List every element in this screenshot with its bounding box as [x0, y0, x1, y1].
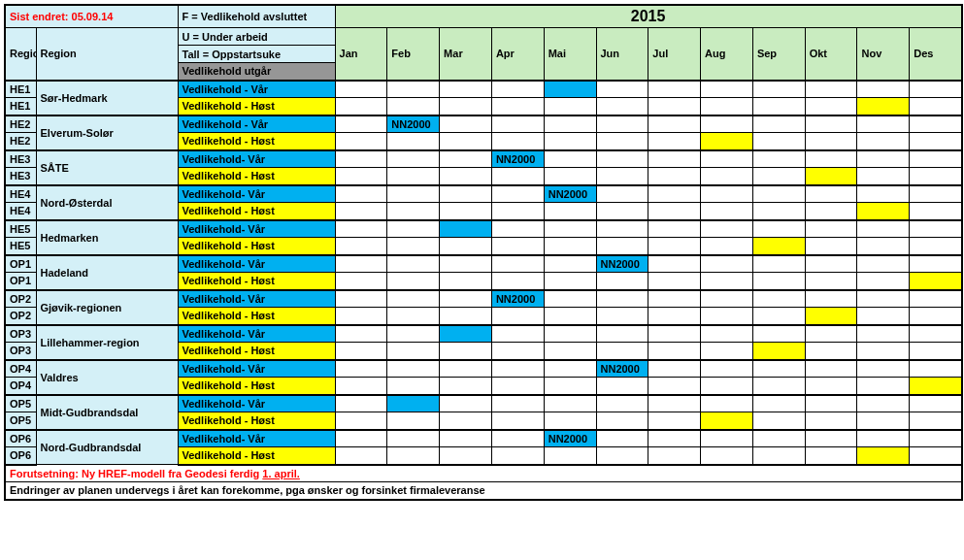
cell-var: [701, 255, 753, 273]
cell-host: [544, 343, 596, 360]
cell-var: [387, 290, 440, 308]
cell-var: [440, 360, 492, 378]
cell-var: [648, 325, 701, 343]
cell-host: [648, 133, 701, 150]
cell-var: [857, 115, 910, 133]
status-var: Vedlikehold- Vår: [178, 150, 335, 168]
status-host: Vedlikehold - Høst: [178, 308, 335, 325]
region-code: OP3: [5, 325, 36, 343]
cell-host: [335, 447, 387, 465]
cell-var: [805, 115, 857, 133]
cell-host: [752, 133, 805, 150]
cell-host: [648, 343, 701, 360]
cell-var: [491, 220, 544, 238]
month-hdr-Aug: Aug: [701, 28, 753, 81]
cell-var: [648, 255, 701, 273]
cell-var: [805, 360, 857, 378]
cell-var: [387, 150, 440, 168]
status-host: Vedlikehold - Høst: [178, 238, 335, 255]
status-host: Vedlikehold - Høst: [178, 447, 335, 465]
cell-host: [701, 308, 753, 325]
cell-var: [752, 325, 805, 343]
cell-host: [701, 238, 753, 255]
month-hdr-Nov: Nov: [857, 28, 910, 81]
cell-var: [701, 81, 753, 98]
cell-var: [648, 360, 701, 378]
cell-var: [544, 150, 596, 168]
region-name: Hadeland: [36, 255, 178, 290]
cell-host: [335, 238, 387, 255]
cell-host: [387, 238, 440, 255]
month-hdr-Okt: Okt: [805, 28, 857, 81]
cell-host: [544, 308, 596, 325]
cell-var: [544, 115, 596, 133]
cell-host: [857, 447, 910, 465]
cell-var: [910, 220, 962, 238]
cell-host: [544, 412, 596, 430]
cell-var: [440, 395, 492, 412]
region-code: HE2: [5, 115, 36, 133]
cell-host: [752, 343, 805, 360]
cell-host: [596, 308, 648, 325]
cell-host: [701, 273, 753, 290]
cell-host: [752, 203, 805, 220]
cell-host: [805, 378, 857, 395]
year-header: 2015: [335, 5, 962, 28]
cell-var: [701, 325, 753, 343]
cell-var: [387, 430, 440, 447]
cell-var: NN2000: [596, 360, 648, 378]
month-hdr-Sep: Sep: [752, 28, 805, 81]
cell-var: [596, 185, 648, 203]
region-code: OP6: [5, 447, 36, 465]
cell-host: [805, 98, 857, 115]
cell-var: [387, 395, 440, 412]
cell-host: [544, 378, 596, 395]
cell-host: [701, 343, 753, 360]
cell-host: [544, 203, 596, 220]
cell-var: [910, 81, 962, 98]
cell-var: [857, 325, 910, 343]
cell-host: [440, 203, 492, 220]
region-hdr: Region: [36, 28, 178, 81]
legend-utgar: Vedlikehold utgår: [178, 63, 335, 81]
cell-var: [648, 185, 701, 203]
cell-host: [648, 308, 701, 325]
month-hdr-Des: Des: [910, 28, 962, 81]
cell-var: [805, 430, 857, 447]
cell-var: [648, 395, 701, 412]
cell-host: [387, 273, 440, 290]
cell-host: [857, 412, 910, 430]
cell-var: [440, 255, 492, 273]
cell-var: [387, 255, 440, 273]
cell-host: [491, 168, 544, 185]
cell-host: [440, 412, 492, 430]
cell-var: [648, 81, 701, 98]
cell-var: [857, 395, 910, 412]
cell-host: [387, 98, 440, 115]
cell-host: [335, 412, 387, 430]
region-code: HE4: [5, 185, 36, 203]
region-code: HE3: [5, 168, 36, 185]
cell-host: [387, 203, 440, 220]
cell-var: [440, 325, 492, 343]
cell-var: [910, 185, 962, 203]
cell-var: [335, 430, 387, 447]
schedule-table: Sist endret: 05.09.14F = Vedlikehold avs…: [4, 4, 963, 501]
status-host: Vedlikehold - Høst: [178, 412, 335, 430]
cell-host: [335, 378, 387, 395]
cell-var: [544, 360, 596, 378]
cell-host: [387, 412, 440, 430]
cell-var: [805, 185, 857, 203]
cell-var: [752, 81, 805, 98]
cell-host: [491, 308, 544, 325]
cell-host: [596, 203, 648, 220]
cell-var: [440, 115, 492, 133]
cell-host: [596, 238, 648, 255]
cell-var: NN2000: [544, 185, 596, 203]
footer-line2: Endringer av planen undervegs i året kan…: [5, 482, 962, 500]
cell-host: [805, 168, 857, 185]
cell-var: [491, 360, 544, 378]
cell-host: [648, 447, 701, 465]
cell-host: [701, 447, 753, 465]
cell-host: [387, 168, 440, 185]
